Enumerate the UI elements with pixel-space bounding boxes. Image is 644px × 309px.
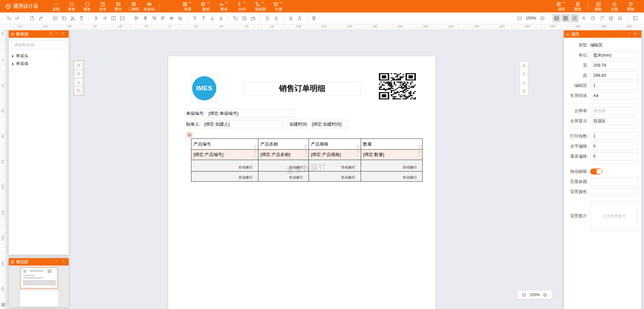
table-wrap-cell[interactable]: 自动换行 — [191, 172, 258, 182]
fullscreen-select[interactable]: 自适应 — [590, 117, 638, 125]
alignleft-icon[interactable] — [133, 14, 141, 22]
table-binding-cell[interactable]: [绑定:数量]T — [361, 150, 423, 160]
table-binding-cell[interactable]: [绑定:产品名称]T — [258, 150, 309, 160]
movetop-icon[interactable] — [521, 64, 527, 69]
bgcolor-input[interactable] — [590, 188, 638, 196]
tool-rect[interactable]: 矩形 — [64, 0, 79, 12]
tool-svg[interactable]: SVG — [233, 0, 251, 12]
overview-panel-toggle[interactable] — [562, 14, 570, 22]
panel-close-button[interactable] — [62, 259, 67, 265]
movetop-icon[interactable] — [191, 14, 199, 22]
table-header-cell[interactable]: 产品编号T — [191, 139, 258, 150]
tool-text[interactable]: 文本 — [95, 0, 110, 12]
logo-element[interactable]: IMES — [191, 75, 218, 102]
alignvmiddle-icon[interactable] — [168, 14, 176, 22]
table-header-cell[interactable]: 产品名称T — [258, 139, 309, 150]
paste-icon[interactable] — [77, 14, 85, 22]
tool-image[interactable]: 图片 — [110, 0, 126, 12]
text-handle-icon[interactable]: T — [254, 155, 257, 159]
vsplit-icon[interactable] — [109, 14, 117, 22]
delete-binding-icon[interactable] — [305, 150, 308, 153]
copies-input[interactable]: 1 — [590, 132, 638, 140]
tool-flowchart[interactable]: 流程图 — [251, 0, 270, 12]
lockall-icon[interactable] — [287, 14, 295, 22]
tool-container[interactable]: 容器 — [179, 0, 197, 12]
table-wrap-cell[interactable]: 自动换行 — [361, 160, 423, 172]
panel-help-button[interactable]: ? — [48, 32, 53, 37]
properties-panel-header[interactable]: 属性 — [564, 30, 641, 38]
redo-icon[interactable] — [13, 14, 22, 22]
table-binding-cell[interactable]: [绑定:产品编号]T — [191, 150, 258, 160]
tool-circle[interactable]: 圆形 — [79, 0, 95, 12]
undo-icon[interactable] — [5, 14, 13, 22]
title-element[interactable]: 销售订单明细 — [243, 82, 361, 95]
preview-button[interactable]: 预览 — [570, 0, 586, 12]
tool-barcode[interactable]: 条形码 — [141, 0, 157, 12]
table-binding-cell[interactable]: [绑定:产品规格]T — [309, 150, 361, 160]
panel-collapse-button[interactable] — [55, 259, 60, 265]
table-wrap-cell[interactable]: 自动换行 — [258, 172, 309, 182]
overview-panel-header[interactable]: 概览图 — [9, 258, 69, 266]
design-canvas[interactable]: IMES 销售订单明细 单据编号: [绑定:单据编号] 制单人: [绑定:创建人… — [6, 30, 644, 309]
trash-icon[interactable] — [310, 14, 318, 22]
hoffset-input[interactable]: 0 — [590, 142, 638, 150]
delete-binding-icon[interactable] — [357, 150, 360, 153]
newfile-icon[interactable] — [75, 62, 82, 69]
help-button[interactable]: 帮助 — [622, 0, 639, 12]
datasource-panel-header[interactable]: 数据源 ? — [9, 30, 69, 38]
cut-icon[interactable] — [75, 79, 82, 86]
tree-item-header[interactable]: 单据头 — [11, 52, 66, 60]
table-header-cell[interactable]: 数量T — [361, 139, 423, 150]
pagetitle-input[interactable] — [590, 178, 638, 186]
width-input[interactable]: 209.79 — [590, 61, 638, 69]
zoom-in-button[interactable] — [542, 292, 547, 297]
panel-close-button[interactable] — [62, 32, 67, 37]
resolution-select[interactable]: 请选择 — [590, 107, 638, 115]
text-handle-icon[interactable]: T — [304, 155, 308, 159]
page-thumbnail-next[interactable] — [20, 290, 58, 306]
table-wrap-cell[interactable]: 自动换行 — [258, 160, 309, 172]
zoom-in-button[interactable] — [538, 14, 546, 22]
text-handle-icon[interactable]: T — [304, 145, 308, 149]
table-wrap-cell[interactable]: 自动换行 — [309, 172, 361, 182]
lock-icon[interactable] — [272, 14, 280, 22]
height-input[interactable]: 296.83 — [590, 71, 638, 80]
movebottom-icon[interactable] — [217, 14, 225, 22]
table-settings-button[interactable] — [186, 131, 193, 138]
tool-bigscreen[interactable]: 大屏 — [270, 0, 288, 12]
magic-tool[interactable] — [598, 14, 606, 22]
template-button[interactable]: 模板 — [590, 0, 606, 12]
unlockall-icon[interactable] — [295, 14, 303, 22]
cut-icon[interactable] — [69, 14, 77, 22]
unlock-icon[interactable] — [263, 14, 272, 22]
paper-select[interactable]: A4 — [590, 92, 638, 100]
page-thumbnail-viewport[interactable] — [20, 267, 58, 288]
newfile-icon[interactable] — [28, 14, 36, 22]
panel-collapse-button[interactable] — [55, 32, 60, 37]
field-docno-binding[interactable]: [绑定:单据编号] — [207, 110, 294, 117]
hsplit-icon[interactable] — [118, 14, 126, 22]
field-ctime-binding[interactable]: [绑定:创建时间] — [310, 121, 347, 128]
tool-line[interactable]: 直线 — [48, 0, 64, 12]
snap-toggle[interactable] — [590, 168, 602, 175]
datasource-search-input[interactable] — [11, 40, 66, 49]
delete-binding-icon[interactable] — [254, 150, 257, 153]
panel-collapse-button[interactable] — [628, 32, 633, 37]
tool-data[interactable]: 数据 — [197, 0, 215, 12]
text-handle-icon[interactable]: T — [418, 155, 422, 159]
vcenterline-icon[interactable] — [92, 14, 100, 22]
ruler-settings-icon[interactable] — [1, 303, 5, 307]
component-box[interactable] — [607, 14, 615, 22]
unit-select[interactable]: 毫米(mm) — [590, 51, 638, 59]
table-wrap-cell[interactable]: 自动换行 — [309, 160, 361, 172]
panel-layout[interactable] — [631, 14, 639, 22]
collaborate[interactable] — [580, 14, 588, 22]
field-maker[interactable]: 制单人: [绑定:创建人] — [184, 120, 285, 129]
bgimage-picker[interactable]: 点击选择图片 — [590, 201, 638, 231]
zoom-out-button[interactable] — [515, 14, 524, 22]
front-icon[interactable] — [231, 14, 240, 22]
text-handle-icon[interactable]: T — [356, 155, 360, 159]
tool-chart[interactable]: 图表 — [215, 0, 233, 12]
theme-button[interactable]: 主题 — [606, 0, 622, 12]
moveup-icon[interactable] — [200, 14, 208, 22]
